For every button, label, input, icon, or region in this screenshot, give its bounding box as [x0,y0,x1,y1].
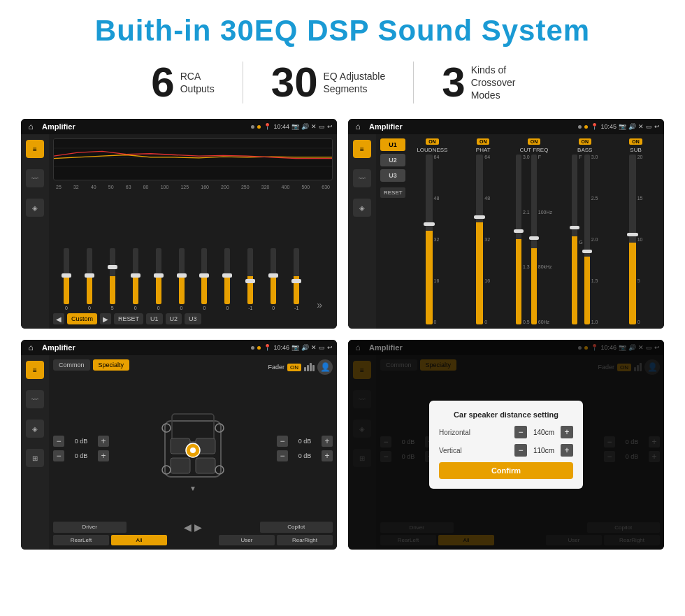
crossover-main-content: U1 U2 U3 RESET ON LOUDNESS [376,134,664,329]
eq-slider-expand[interactable]: » [309,299,330,310]
eq-u1-btn[interactable]: U1 [146,313,163,324]
eq-reset-btn[interactable]: RESET [114,313,143,324]
confirm-button[interactable]: Confirm [439,462,573,479]
eq-sidebar: ≡ 〰 ◈ [21,134,49,329]
eq-slider-6: 0 [171,248,192,310]
speaker1-db4-minus[interactable]: − [277,450,288,461]
cutfreq-thumb-1[interactable] [514,229,524,233]
horizontal-minus-btn[interactable]: − [514,426,527,438]
screen-eq: ⌂ Amplifier 📍 10:44 📷 🔊 ✕ ▭ ↩ ≡ 〰 [21,119,337,329]
vertical-plus-btn[interactable]: + [561,444,573,457]
loudness-on-badge: ON [426,138,439,145]
crossover-u1-btn[interactable]: U1 [380,138,405,151]
eq-track-3[interactable] [110,248,115,304]
speaker1-sidebar-wave[interactable]: 〰 [26,390,44,408]
eq-custom-btn[interactable]: Custom [67,313,97,324]
speaker1-sidebar-spk[interactable]: ◈ [26,420,44,438]
crossover-u2-btn[interactable]: U2 [380,154,405,166]
loudness-thumb[interactable] [424,222,435,226]
user-btn[interactable]: User [219,535,275,545]
sidebar-wave-icon[interactable]: 〰 [26,169,44,187]
eq-track-6[interactable] [179,248,185,304]
eq-app-name: Amplifier [42,122,248,131]
eq-val-4: 0 [134,306,137,310]
stat-rca: 6 RCAOutputs [123,62,242,103]
eq-track-11[interactable] [294,248,299,304]
eq-track-8[interactable] [224,248,230,304]
speaker1-db1-plus[interactable]: + [98,436,109,447]
speaker1-db1-minus[interactable]: − [53,436,64,447]
svg-point-12 [162,424,171,432]
speaker1-db2-minus[interactable]: − [53,450,64,461]
eq-time: 10:44 [273,123,289,130]
crossover-reset-btn[interactable]: RESET [380,187,405,198]
speaker1-db-row-2: − 0 dB + [53,450,109,461]
speaker1-status-icons: 📍 10:46 📷🔊✕▭↩ [264,344,333,351]
eq-track-1[interactable] [64,248,69,304]
right-arrow-btn[interactable]: ▶ [194,522,202,533]
eq-track-4[interactable] [133,248,138,304]
eq-status-bar: ⌂ Amplifier 📍 10:44 📷 🔊 ✕ ▭ ↩ [21,119,337,134]
cutfreq-thumb-2[interactable] [529,236,539,240]
all-btn[interactable]: All [111,535,167,545]
crossover-sidebar-wave[interactable]: 〰 [353,169,371,187]
driver-btn[interactable]: Driver [53,522,127,533]
channel-bass: ON BASS FG [561,138,609,324]
eq-track-7[interactable] [201,248,207,304]
crossover-sidebar-eq[interactable]: ≡ [353,140,371,158]
speaker1-sidebar-expand[interactable]: ⊞ [26,449,44,467]
speaker1-db3-plus[interactable]: + [322,436,333,447]
crossover-status-bar: ⌂ Amplifier 📍 10:45 📷🔊✕▭↩ [348,119,664,134]
eq-main-content: 2532405063 80100125160200 25032040050063… [49,134,337,329]
eq-track-2[interactable] [87,248,92,304]
speaker1-db2-plus[interactable]: + [98,450,109,461]
speaker1-db3-minus[interactable]: − [277,436,288,447]
crossover-dot-2 [584,125,588,129]
vertical-value-row: − 110cm + [514,444,573,457]
rearright-btn[interactable]: RearRight [277,535,333,545]
eq-slider-11: -1 [286,248,307,310]
speaker1-specialty-tab[interactable]: Specialty [93,359,130,371]
stat-crossover-label: Kinds ofCrossover Modes [471,64,534,102]
eq-track-10[interactable] [271,248,276,304]
crossover-u3-btn[interactable]: U3 [380,169,405,182]
sidebar-speaker-icon[interactable]: ◈ [26,199,44,217]
distance-dialog: Car speaker distance setting Horizontal … [429,401,583,489]
eq-slider-5: 0 [148,248,169,310]
crossover-sidebar-spk[interactable]: ◈ [353,199,371,217]
screen-speaker1: ⌂ Amplifier 📍 10:46 📷🔊✕▭↩ ≡ 〰 ◈ ⊞ [21,340,337,550]
svg-point-15 [215,466,224,474]
stat-eq: 30 EQ AdjustableSegments [243,62,413,103]
vertical-value: 110cm [530,447,558,454]
phat-thumb[interactable] [474,215,485,219]
speaker1-db4-plus[interactable]: + [322,450,333,461]
speaker1-common-tab[interactable]: Common [53,359,90,371]
bass-thumb-1[interactable] [570,226,579,229]
crossover-screen-content: ≡ 〰 ◈ U1 U2 U3 RESET ON LOU [348,134,664,329]
eq-u3-btn[interactable]: U3 [185,313,201,324]
eq-slider-9: -1 [240,248,261,310]
bass-thumb-2[interactable] [582,250,592,253]
speaker1-db-row-1: − 0 dB + [53,436,109,447]
eq-prev-btn[interactable]: ◀ [53,313,64,324]
speaker1-sidebar-eq[interactable]: ≡ [26,361,44,379]
left-arrow-btn[interactable]: ◀ [184,522,192,533]
rearleft-btn[interactable]: RearLeft [53,535,109,545]
volume-icon: 🔊 [301,123,309,130]
fader-on-badge: ON [287,364,301,371]
status-dot-2 [257,125,261,129]
speaker1-db2-val: 0 dB [66,452,96,459]
eq-u2-btn[interactable]: U2 [166,313,182,324]
vertical-minus-btn[interactable]: − [514,444,527,457]
sub-thumb[interactable] [627,233,638,236]
sidebar-eq-icon[interactable]: ≡ [26,140,44,158]
eq-track-9[interactable] [247,248,253,304]
eq-next-btn[interactable]: ▶ [100,313,111,324]
eq-track-5[interactable] [156,248,161,304]
horizontal-plus-btn[interactable]: + [561,426,573,438]
svg-text:▼: ▼ [189,485,196,492]
copilot-btn[interactable]: Copilot [260,522,333,533]
channel-loudness: ON LOUDNESS 644832160 [408,138,456,324]
home-icon: ⌂ [25,121,36,132]
bass-label: BASS [577,147,592,153]
